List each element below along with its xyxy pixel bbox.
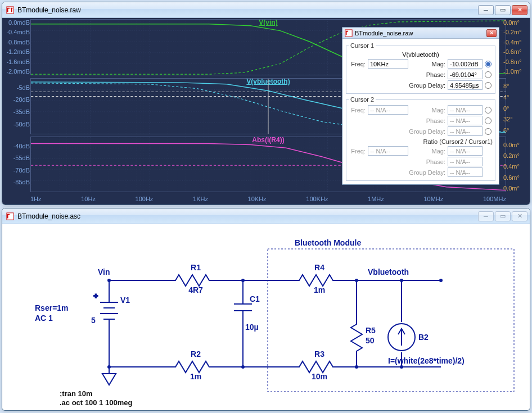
component-r1 bbox=[171, 275, 210, 286]
cursor1-phase-radio[interactable] bbox=[485, 71, 492, 78]
close-button[interactable]: ✕ bbox=[512, 211, 528, 221]
schematic-window: BTmodule_noise.asc ─ ▭ ✕ Bluetooth Modul… bbox=[2, 208, 530, 411]
svg-point-258 bbox=[439, 279, 443, 282]
c1-name: C1 bbox=[250, 294, 260, 303]
r4-name: R4 bbox=[314, 263, 324, 272]
b2-value: I=(white(2e8*time)/2) bbox=[388, 356, 465, 365]
ratio-phase-input[interactable] bbox=[448, 157, 483, 166]
r3-name: R3 bbox=[314, 350, 324, 358]
waveform-titlebar[interactable]: BTmodule_noise.raw ─ ▭ ✕ bbox=[2, 2, 530, 18]
cursor2-mag-label: Mag: bbox=[411, 107, 445, 114]
ratio-label: Ratio (Cursor2 / Cursor1) bbox=[349, 138, 493, 145]
ltspice-icon bbox=[345, 29, 353, 37]
cursor1-legend: Cursor 1 bbox=[349, 42, 376, 49]
cursor1-freq-input[interactable] bbox=[368, 59, 408, 69]
component-r5 bbox=[351, 322, 362, 352]
schematic-titlebar[interactable]: BTmodule_noise.asc ─ ▭ ✕ bbox=[2, 208, 530, 224]
r1-value: 4R7 bbox=[188, 285, 203, 294]
cursor-dialog-close-button[interactable]: ✕ bbox=[486, 29, 497, 37]
svg-text:+: + bbox=[93, 292, 98, 300]
cursor1-freq-label: Freq: bbox=[349, 61, 366, 67]
v1-name: V1 bbox=[120, 296, 130, 305]
cursor1-trace-name: V(vbluetooth) bbox=[349, 51, 493, 58]
bluetooth-module-title: Bluetooth Module bbox=[295, 238, 361, 247]
cursor2-legend: Cursor 2 bbox=[349, 96, 376, 103]
ltspice-icon bbox=[6, 6, 15, 15]
cursor2-gd-label: Group Delay: bbox=[407, 128, 445, 135]
b2-name: B2 bbox=[418, 333, 429, 342]
cursor1-mag-input[interactable] bbox=[448, 59, 483, 69]
c1-value: 10µ bbox=[245, 323, 259, 332]
ratio-phase-label: Phase: bbox=[411, 158, 445, 165]
cursor1-gd-input[interactable] bbox=[448, 80, 483, 90]
v1-param2: AC 1 bbox=[35, 314, 53, 323]
ratio-gd-input[interactable] bbox=[448, 167, 483, 177]
maximize-button[interactable]: ▭ bbox=[495, 5, 511, 15]
svg-point-255 bbox=[355, 365, 358, 369]
r2-value: 1m bbox=[190, 372, 201, 381]
net-vin: Vin bbox=[98, 267, 110, 276]
cursor2-gd-input[interactable] bbox=[448, 126, 483, 136]
cursor-dialog[interactable]: BTmodule_noise.raw ✕ Cursor 1 V(vbluetoo… bbox=[342, 27, 499, 185]
component-r4 bbox=[295, 275, 334, 286]
cursor2-group: Cursor 2 Freq: Mag: Phase: Group Delay: bbox=[346, 96, 495, 181]
y-right-labels-3: 0.0m°0.2m°0.4m°0.6m°0.0m° bbox=[503, 137, 530, 192]
r5-value: 50 bbox=[366, 336, 375, 345]
cursor1-phase-label: Phase: bbox=[411, 71, 445, 78]
cursor1-mag-radio[interactable] bbox=[485, 61, 492, 67]
ratio-mag-label: Mag: bbox=[411, 148, 445, 155]
svg-point-252 bbox=[241, 279, 245, 282]
cursor1-mag-label: Mag: bbox=[411, 61, 445, 67]
directive-ac: .ac oct 100 1 100meg bbox=[60, 398, 132, 407]
cursor2-freq-input[interactable] bbox=[368, 105, 408, 115]
minimize-button[interactable]: ─ bbox=[478, 5, 494, 15]
directive-tran: ;tran 10m bbox=[60, 389, 93, 398]
svg-point-254 bbox=[355, 279, 358, 282]
cursor2-phase-label: Phase: bbox=[411, 117, 445, 124]
cursor2-phase-radio[interactable] bbox=[485, 117, 492, 124]
r2-name: R2 bbox=[191, 350, 201, 358]
x-axis-labels: 1Hz10Hz100Hz1KHz10KHz100KHz1MHz10MHz100M… bbox=[30, 196, 506, 202]
y-left-labels-2: -5dB-20dB-35dB-50dB bbox=[3, 79, 30, 134]
v1-param1: Rser=1m bbox=[35, 303, 69, 312]
maximize-button[interactable]: ▭ bbox=[495, 211, 511, 221]
y-left-labels-3: -40dB-55dB-70dB-85dB bbox=[3, 137, 30, 192]
cursor2-mag-input[interactable] bbox=[448, 105, 483, 115]
ratio-mag-input[interactable] bbox=[448, 146, 483, 156]
svg-point-256 bbox=[400, 279, 403, 282]
ratio-freq-input[interactable] bbox=[368, 146, 408, 156]
y-right-labels-1: 0.0m°-0.2m°-0.4m°-0.6m°-0.8m°-1.0m° bbox=[503, 20, 530, 75]
y-left-labels-1: 0.0mdB-0.4mdB-0.8mdB-1.2mdB-1.6mdB-2.0md… bbox=[3, 20, 30, 75]
ratio-gd-label: Group Delay: bbox=[407, 169, 445, 176]
y-right-labels-2: 8°4°0°32°6° bbox=[503, 79, 530, 134]
component-b2 bbox=[388, 324, 415, 351]
r1-name: R1 bbox=[191, 263, 201, 272]
ground-symbol bbox=[102, 374, 116, 385]
schematic-title: BTmodule_noise.asc bbox=[17, 212, 478, 220]
close-button[interactable]: ✕ bbox=[512, 5, 528, 15]
schematic-canvas[interactable]: Bluetooth Module bbox=[2, 224, 530, 410]
component-r2 bbox=[171, 361, 210, 373]
r3-value: 10m bbox=[312, 372, 327, 381]
v1-value: 5 bbox=[91, 316, 96, 325]
cursor2-phase-input[interactable] bbox=[448, 116, 483, 125]
cursor2-gd-radio[interactable] bbox=[485, 128, 492, 135]
component-v1: + bbox=[93, 292, 118, 328]
r5-name: R5 bbox=[366, 326, 376, 335]
cursor2-mag-radio[interactable] bbox=[485, 107, 492, 114]
ltspice-icon bbox=[6, 212, 15, 221]
cursor-dialog-titlebar[interactable]: BTmodule_noise.raw ✕ bbox=[342, 28, 499, 39]
component-r3 bbox=[295, 361, 334, 373]
net-vbluetooth: Vbluetooth bbox=[368, 267, 409, 276]
cursor1-gd-label: Group Delay: bbox=[407, 82, 445, 89]
svg-point-250 bbox=[107, 279, 111, 282]
r4-value: 1m bbox=[314, 285, 325, 294]
cursor-dialog-title: BTmodule_noise.raw bbox=[355, 30, 486, 37]
cursor1-gd-radio[interactable] bbox=[485, 82, 492, 89]
svg-point-253 bbox=[241, 365, 245, 369]
cursor1-group: Cursor 1 V(vbluetooth) Freq: Mag: Phase:… bbox=[346, 42, 495, 94]
ratio-freq-label: Freq: bbox=[349, 148, 366, 155]
svg-point-257 bbox=[400, 365, 403, 369]
cursor1-phase-input[interactable] bbox=[448, 70, 483, 79]
minimize-button[interactable]: ─ bbox=[478, 211, 494, 221]
